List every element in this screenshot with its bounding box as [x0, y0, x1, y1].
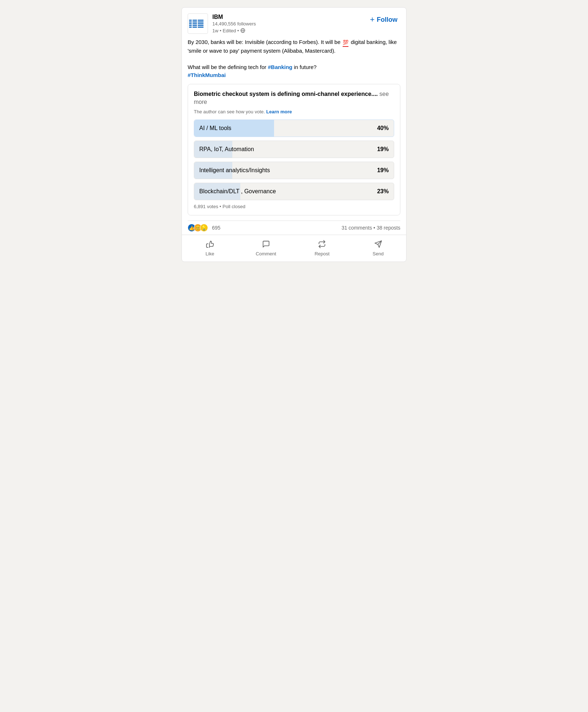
svg-rect-43: [198, 25, 204, 26]
poll-privacy: The author can see how you vote. Learn m…: [194, 109, 394, 114]
reactions-separator: •: [373, 225, 377, 231]
hashtag-thinkmumbai[interactable]: #ThinkMumbai: [188, 72, 226, 78]
send-icon: [374, 240, 382, 250]
comments-count[interactable]: 31 comments: [342, 225, 372, 231]
like-icon: [206, 240, 214, 250]
send-button[interactable]: Send: [350, 236, 407, 260]
svg-rect-37: [193, 23, 197, 24]
svg-rect-39: [193, 27, 197, 28]
poll-ellipsis: ....: [371, 91, 378, 97]
svg-rect-44: [198, 27, 204, 28]
follow-plus-icon: +: [370, 15, 375, 24]
author-name[interactable]: IBM: [212, 13, 256, 21]
svg-rect-40: [198, 20, 204, 21]
poll-option-label-0: AI / ML tools: [199, 125, 231, 132]
poll-option-pct-1: 19%: [377, 146, 389, 153]
svg-rect-36: [193, 21, 197, 23]
reactions-row: 👍 😊 💡 695 31 comments • 38 reposts: [188, 221, 400, 235]
post-meta: 1w • Edited •: [212, 28, 256, 33]
follow-button[interactable]: + Follow: [367, 13, 400, 26]
content-post-hashtag: in future?: [292, 64, 317, 70]
post-paragraph-1: By 2030, banks will be: Invisible (accor…: [188, 38, 400, 55]
send-label: Send: [373, 251, 384, 256]
poll-option-pct-3: 23%: [377, 188, 389, 195]
reaction-emoji-insight: 💡: [200, 224, 208, 232]
author-info: IBM 14,490,556 followers 1w • Edited •: [212, 13, 256, 33]
svg-rect-32: [189, 23, 192, 24]
poll-footer: 6,891 votes • Poll closed: [194, 204, 394, 209]
poll-privacy-text: The author can see how you vote.: [194, 109, 265, 114]
svg-rect-42: [198, 23, 204, 24]
post-header: IBM 14,490,556 followers 1w • Edited • +…: [188, 13, 400, 34]
post-paragraph-3: #ThinkMumbai: [188, 71, 400, 80]
repost-button[interactable]: Repost: [294, 236, 350, 260]
post-paragraph-2: What will be the defining tech for #Bank…: [188, 63, 400, 72]
globe-icon: [240, 28, 245, 33]
poll-option-1[interactable]: RPA, IoT, Automation19%: [194, 141, 394, 158]
hashtag-banking[interactable]: #Banking: [268, 64, 293, 70]
content-pre-hashtag: What will be the defining tech for: [188, 64, 268, 70]
like-button[interactable]: Like: [182, 236, 238, 260]
action-bar: Like Comment Repost: [182, 235, 406, 262]
poll-option-label-3: Blockchain/DLT , Governance: [199, 188, 276, 195]
poll-option-label-2: Intelligent analytics/Insights: [199, 167, 270, 174]
reactions-right: 31 comments • 38 reposts: [342, 225, 400, 231]
poll-options: AI / ML tools40%RPA, IoT, Automation19%I…: [194, 120, 394, 200]
poll-option-pct-0: 40%: [377, 125, 389, 132]
emoji-100: 💯: [343, 39, 348, 47]
repost-label: Repost: [315, 251, 330, 256]
poll-option-label-1: RPA, IoT, Automation: [199, 146, 254, 153]
svg-rect-38: [193, 25, 197, 26]
reaction-emojis: 👍 😊 💡: [188, 224, 206, 232]
svg-rect-41: [198, 21, 204, 23]
poll-card: Biometric checkout system is defining om…: [188, 84, 400, 216]
post-time: 1w • Edited •: [212, 28, 239, 33]
poll-title: Biometric checkout system is defining om…: [194, 90, 394, 106]
poll-learn-more[interactable]: Learn more: [266, 109, 292, 114]
author-section: IBM 14,490,556 followers 1w • Edited •: [188, 13, 256, 34]
comment-button[interactable]: Comment: [238, 236, 294, 260]
poll-option-pct-2: 19%: [377, 167, 389, 174]
poll-option-0[interactable]: AI / ML tools40%: [194, 120, 394, 137]
poll-title-bold: Biometric checkout system is defining om…: [194, 91, 371, 97]
reaction-count: 695: [212, 225, 220, 231]
author-followers: 14,490,556 followers: [212, 21, 256, 27]
svg-rect-30: [189, 20, 192, 21]
reposts-count[interactable]: 38 reposts: [377, 225, 400, 231]
post-content: By 2030, banks will be: Invisible (accor…: [188, 38, 400, 80]
svg-rect-34: [189, 27, 192, 28]
poll-option-2[interactable]: Intelligent analytics/Insights19%: [194, 162, 394, 179]
content-text-1: By 2030, banks will be: Invisible (accor…: [188, 39, 340, 45]
comment-icon: [262, 240, 270, 250]
company-logo-wrapper[interactable]: [188, 13, 208, 34]
reactions-left: 👍 😊 💡 695: [188, 224, 220, 232]
like-label: Like: [205, 251, 214, 256]
follow-label: Follow: [377, 16, 397, 24]
svg-rect-33: [189, 25, 192, 26]
svg-rect-31: [189, 21, 192, 23]
comment-label: Comment: [256, 251, 276, 256]
repost-icon: [318, 240, 326, 250]
post-card: IBM 14,490,556 followers 1w • Edited • +…: [181, 7, 407, 262]
poll-option-3[interactable]: Blockchain/DLT , Governance23%: [194, 183, 394, 200]
svg-rect-35: [193, 20, 197, 21]
